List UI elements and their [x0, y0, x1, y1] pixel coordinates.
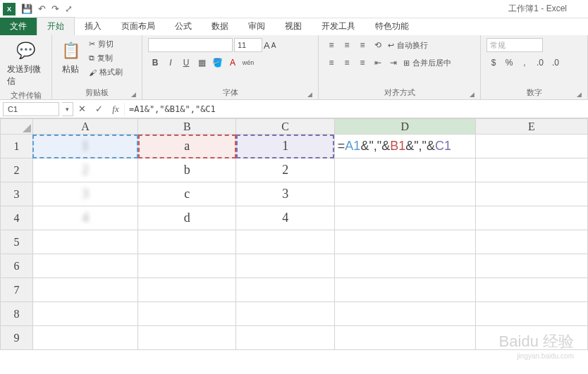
- decrease-decimal-icon[interactable]: .0: [549, 56, 563, 70]
- cell[interactable]: [138, 326, 236, 350]
- spreadsheet-grid[interactable]: A B C D E 1 1 a 1 =A1&","&B1&","&C1 2 2 …: [0, 118, 588, 350]
- cell-e2[interactable]: [475, 158, 587, 182]
- cell-e1[interactable]: [475, 135, 587, 158]
- cell-a2[interactable]: 2: [32, 158, 137, 182]
- align-bottom-icon[interactable]: ≡: [355, 38, 369, 52]
- tab-data[interactable]: 数据: [202, 18, 238, 35]
- col-header-b[interactable]: B: [138, 119, 236, 135]
- tab-special[interactable]: 特色功能: [365, 18, 419, 35]
- cell[interactable]: [334, 230, 475, 254]
- italic-button[interactable]: I: [164, 56, 178, 70]
- row-header-8[interactable]: 8: [1, 302, 33, 326]
- border-button[interactable]: ▦: [195, 56, 209, 70]
- tab-file[interactable]: 文件: [0, 18, 37, 35]
- row-header-2[interactable]: 2: [1, 158, 33, 182]
- cell[interactable]: [334, 254, 475, 278]
- align-top-icon[interactable]: ≡: [324, 38, 338, 52]
- cell[interactable]: [138, 254, 236, 278]
- row-header-5[interactable]: 5: [1, 230, 33, 254]
- cell[interactable]: [236, 326, 334, 350]
- number-format-select[interactable]: 常规: [486, 38, 543, 52]
- col-header-e[interactable]: E: [475, 119, 587, 135]
- percent-icon[interactable]: %: [502, 56, 516, 70]
- tab-insert[interactable]: 插入: [75, 18, 111, 35]
- cell[interactable]: [32, 230, 137, 254]
- cell[interactable]: [334, 326, 475, 350]
- formula-input[interactable]: =A1&","&B1&","&C1: [124, 102, 588, 116]
- tab-developer[interactable]: 开发工具: [312, 18, 365, 35]
- tab-view[interactable]: 视图: [275, 18, 312, 35]
- cell-b4[interactable]: d: [138, 206, 236, 230]
- cell-e4[interactable]: [475, 206, 587, 230]
- cell-c2[interactable]: 2: [236, 158, 334, 182]
- cell[interactable]: [138, 278, 236, 302]
- cancel-formula-button[interactable]: ✕: [73, 102, 90, 116]
- row-header-3[interactable]: 3: [1, 182, 33, 206]
- cell-d1-editing[interactable]: =A1&","&B1&","&C1: [334, 135, 475, 158]
- col-header-a[interactable]: A: [32, 119, 137, 135]
- col-header-c[interactable]: C: [236, 119, 334, 135]
- font-color-button[interactable]: A: [226, 56, 240, 70]
- undo-icon[interactable]: ↶: [38, 4, 46, 14]
- fill-color-button[interactable]: 🪣: [210, 56, 224, 70]
- name-box[interactable]: C1: [3, 102, 59, 116]
- comma-icon[interactable]: ,: [517, 56, 532, 70]
- cell-b1[interactable]: a: [138, 135, 236, 158]
- enter-formula-button[interactable]: ✓: [90, 102, 107, 116]
- cell[interactable]: [236, 278, 334, 302]
- bold-button[interactable]: B: [148, 56, 162, 70]
- row-header-7[interactable]: 7: [1, 278, 33, 302]
- merge-center-button[interactable]: ⊞合并后居中: [402, 57, 453, 69]
- tab-formulas[interactable]: 公式: [165, 18, 202, 35]
- cell-c3[interactable]: 3: [236, 182, 334, 206]
- increase-font-icon[interactable]: A: [264, 40, 270, 51]
- cell[interactable]: [475, 254, 587, 278]
- cell-a4[interactable]: 4: [32, 206, 137, 230]
- row-header-6[interactable]: 6: [1, 254, 33, 278]
- align-left-icon[interactable]: ≡: [324, 56, 338, 70]
- cell-a1[interactable]: 1: [32, 135, 137, 158]
- cell[interactable]: [475, 302, 587, 326]
- cut-button[interactable]: ✂剪切: [87, 38, 124, 50]
- cell[interactable]: [475, 230, 587, 254]
- cell[interactable]: [32, 302, 137, 326]
- orientation-icon[interactable]: ⟲: [371, 38, 385, 52]
- cell[interactable]: [475, 278, 587, 302]
- row-header-1[interactable]: 1: [1, 135, 33, 158]
- cell[interactable]: [138, 302, 236, 326]
- row-header-9[interactable]: 9: [1, 326, 33, 350]
- select-all-corner[interactable]: [1, 119, 33, 135]
- align-center-icon[interactable]: ≡: [340, 56, 354, 70]
- decrease-font-icon[interactable]: A: [271, 42, 276, 49]
- font-size-select[interactable]: 11: [234, 38, 262, 52]
- increase-decimal-icon[interactable]: .0: [533, 56, 547, 70]
- name-box-dropdown-icon[interactable]: ▾: [62, 102, 73, 116]
- cell[interactable]: [236, 254, 334, 278]
- tab-review[interactable]: 审阅: [238, 18, 275, 35]
- cell-c1[interactable]: 1: [236, 135, 334, 158]
- cell-e3[interactable]: [475, 182, 587, 206]
- cell[interactable]: [32, 254, 137, 278]
- increase-indent-icon[interactable]: ⇥: [386, 56, 400, 70]
- number-launcher-icon[interactable]: ◢: [577, 91, 582, 98]
- cell[interactable]: [334, 302, 475, 326]
- font-name-select[interactable]: [148, 38, 233, 52]
- copy-button[interactable]: ⧉复制: [87, 52, 124, 64]
- underline-button[interactable]: U: [179, 56, 193, 70]
- align-middle-icon[interactable]: ≡: [340, 38, 354, 52]
- cell[interactable]: [138, 230, 236, 254]
- clipboard-launcher-icon[interactable]: ◢: [131, 91, 136, 98]
- cell-d4[interactable]: [334, 206, 475, 230]
- cell[interactable]: [32, 326, 137, 350]
- cell[interactable]: [236, 230, 334, 254]
- cell-c4[interactable]: 4: [236, 206, 334, 230]
- send-to-wechat-button[interactable]: 💬 发送到微信: [6, 38, 46, 89]
- format-painter-button[interactable]: 🖌格式刷: [87, 66, 124, 78]
- currency-icon[interactable]: $: [486, 56, 501, 70]
- paste-button[interactable]: 📋 粘贴: [58, 38, 83, 77]
- touch-mode-icon[interactable]: ⤢: [65, 4, 73, 14]
- align-launcher-icon[interactable]: ◢: [470, 91, 474, 98]
- col-header-d[interactable]: D: [334, 119, 475, 135]
- cell-a3[interactable]: 3: [32, 182, 137, 206]
- font-launcher-icon[interactable]: ◢: [307, 91, 312, 98]
